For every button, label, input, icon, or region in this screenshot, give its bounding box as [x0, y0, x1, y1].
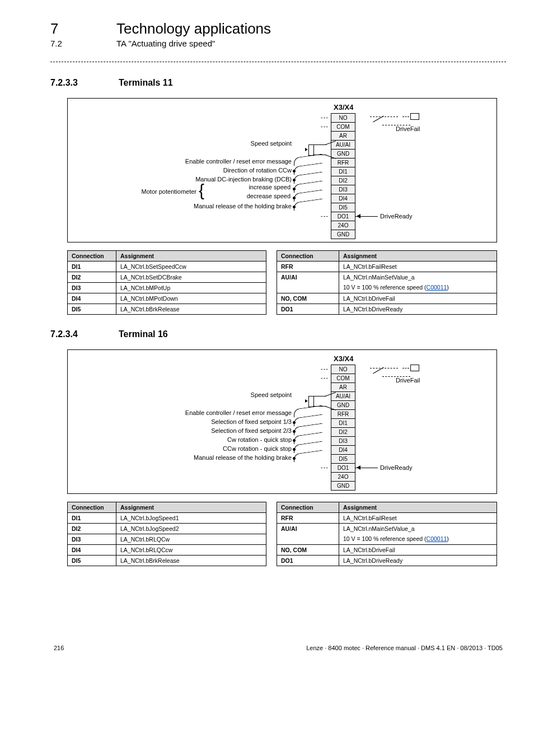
arrow-left-icon	[357, 214, 360, 218]
section-title: TA "Actuating drive speed"	[116, 39, 215, 48]
cell: DI2	[68, 272, 116, 283]
cell: DI3	[68, 283, 116, 293]
pin-di2: DI2	[331, 176, 355, 185]
drivefail-label: DriveFail	[396, 125, 420, 132]
label-cw: Cw rotation - quick stop	[118, 436, 292, 443]
pin-gnd: GND	[331, 400, 355, 410]
label-dir: Direction of rotation CCw	[118, 167, 292, 174]
cell: LA_NCtrl.bFailReset	[339, 513, 497, 524]
th-assignment: Assignment	[116, 502, 266, 513]
cell: LA_NCtrl.bSetSpeedCcw	[116, 262, 266, 272]
pin-rfr: RFR	[331, 409, 355, 419]
th-connection: Connection	[68, 251, 116, 262]
cell: RFR	[277, 513, 339, 524]
label-driveready: DriveReady	[380, 464, 425, 471]
cell: DI1	[68, 262, 116, 272]
label-mpot-dec: decrease speed	[168, 193, 291, 199]
cell: LA_NCtrl.bDriveReady	[339, 304, 497, 314]
pin-di3: DI3	[331, 436, 355, 446]
left-table-1: Connection Assignment DI1LA_NCtrl.bSetSp…	[67, 250, 266, 315]
cell: LA_NCtrl.bSetDCBrake	[116, 272, 266, 283]
code-link[interactable]: C00011	[427, 535, 447, 542]
label-sel13: Selection of fixed setpoint 1/3	[118, 418, 292, 425]
cell: DI4	[68, 545, 116, 556]
cell: LA_NCtrl.bJogSpeed1	[116, 513, 266, 524]
cell: LA_NCtrl.nMainSetValue_a	[339, 524, 497, 534]
cell: LA_NCtrl.bJogSpeed2	[116, 524, 266, 534]
cell: 10 V = 100 % reference speed (C00011)	[339, 534, 497, 544]
chapter-header: 7 Technology applications	[50, 20, 506, 38]
pin-di5: DI5	[331, 203, 355, 212]
pin-di2: DI2	[331, 427, 355, 437]
label-setpoint: Speed setpoint	[163, 140, 292, 147]
pin-di4: DI4	[331, 194, 355, 203]
cell: LA_NCtrl.bMPotUp	[116, 283, 266, 293]
text: )	[447, 284, 449, 291]
cell: DO1	[277, 304, 339, 314]
cell: LA_NCtrl.bBrkRelease	[116, 304, 266, 315]
pin-gnd2: GND	[331, 481, 355, 491]
chapter-title: Technology applications	[116, 20, 271, 38]
subsection-number: 7.2.3.4	[50, 329, 99, 339]
subsection-2-header: 7.2.3.4 Terminal 16	[50, 329, 506, 339]
pin-gnd: GND	[331, 149, 355, 158]
th-connection: Connection	[68, 502, 116, 513]
pin-di3: DI3	[331, 185, 355, 194]
cell: LA_NCtrl.bMPotDown	[116, 293, 266, 304]
tables-row-2: Connection Assignment DI1LA_NCtrl.bJogSp…	[67, 502, 497, 566]
pin-24o: 24O	[331, 472, 355, 482]
cell: LA_NCtrl.bBrkRelease	[116, 556, 266, 566]
cell: DI2	[68, 524, 116, 534]
footer-info: Lenze · 8400 motec · Reference manual · …	[306, 645, 503, 651]
cell: LA_NCtrl.bDriveReady	[339, 555, 497, 566]
pin-di4: DI4	[331, 445, 355, 455]
drivefail-label: DriveFail	[396, 377, 420, 384]
label-brake: Manual release of the holding brake	[118, 454, 292, 461]
th-assignment: Assignment	[339, 251, 497, 262]
tables-row-1: Connection Assignment DI1LA_NCtrl.bSetSp…	[67, 250, 497, 315]
pin-ar: AR	[331, 131, 355, 141]
pin-ar: AR	[331, 382, 355, 392]
chapter-number: 7	[50, 20, 90, 38]
pin-gnd2: GND	[331, 230, 355, 239]
pin-rfr: RFR	[331, 158, 355, 167]
pin-di1: DI1	[331, 418, 355, 428]
left-table-2: Connection Assignment DI1LA_NCtrl.bJogSp…	[67, 502, 266, 566]
diagram-title: X3/X4	[334, 354, 353, 363]
right-table-1: Connection Assignment RFRLA_NCtrl.bFailR…	[277, 250, 497, 315]
code-link[interactable]: C00011	[427, 284, 447, 291]
cell: LA_NCtrl.bRLQCcw	[116, 545, 266, 556]
cell: DI5	[68, 304, 116, 315]
subsection-title: Terminals 11	[119, 78, 173, 88]
drivefail-glyph: DriveFail	[370, 111, 443, 133]
text: 10 V = 100 % reference speed (	[343, 284, 427, 291]
cell: DI4	[68, 293, 116, 304]
cell: 10 V = 100 % reference speed (C00011)	[339, 282, 497, 293]
pin-di5: DI5	[331, 454, 355, 464]
drivefail-glyph: DriveFail	[370, 362, 443, 385]
divider-dashed	[50, 62, 506, 62]
wiring-diagram-1: X3/X4 NO COM AR AU/AI GND RFR DI1 DI2 DI…	[67, 98, 497, 242]
page-number: 216	[54, 645, 64, 651]
wiring-diagram-2: X3/X4 NO COM AR AU/AI GND RFR DI1 DI2 DI…	[67, 349, 497, 494]
cell: NO, COM	[277, 544, 339, 555]
subsection-title: Terminal 16	[119, 329, 168, 339]
section-header: 7.2 TA "Actuating drive speed"	[50, 39, 506, 48]
section-number: 7.2	[50, 39, 90, 48]
label-dcb: Manual DC-injection braking (DCB)	[118, 176, 292, 183]
label-setpoint: Speed setpoint	[163, 391, 292, 398]
pin-di1: DI1	[331, 167, 355, 176]
th-connection: Connection	[277, 251, 339, 262]
right-table-2: Connection Assignment RFRLA_NCtrl.bFailR…	[277, 502, 497, 566]
subsection-1-header: 7.2.3.3 Terminals 11	[50, 78, 506, 88]
cell: LA_NCtrl.bDriveFail	[339, 544, 497, 555]
cell: LA_NCtrl.bFailReset	[339, 262, 497, 272]
cell: DI3	[68, 534, 116, 545]
cell: LA_NCtrl.bDriveFail	[339, 293, 497, 304]
arrow-left-icon	[357, 465, 360, 470]
cell: LA_NCtrl.nMainSetValue_a	[339, 272, 497, 283]
label-enable: Enable controller / reset error message	[118, 158, 292, 165]
cell: AU/AI	[277, 272, 339, 293]
label-sel23: Selection of fixed setpoint 2/3	[118, 427, 292, 434]
cell: RFR	[277, 262, 339, 272]
